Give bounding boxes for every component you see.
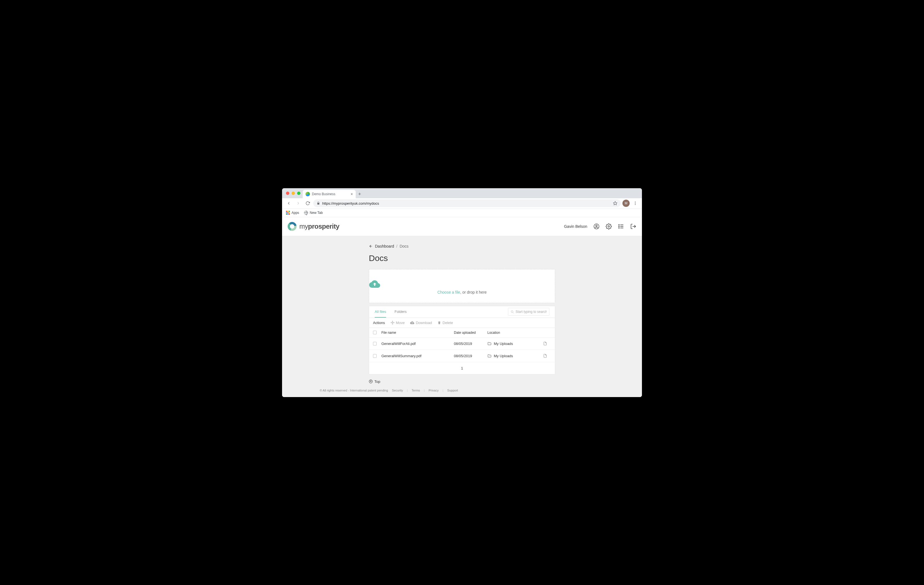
files-card: All files Folders Actions Move	[369, 306, 555, 374]
reload-button[interactable]	[304, 199, 312, 207]
search-input[interactable]	[516, 310, 547, 314]
bookmark-star-icon[interactable]	[613, 201, 617, 206]
folder-icon	[487, 341, 492, 346]
delete-button[interactable]: Delete	[437, 321, 453, 325]
breadcrumb-current: Docs	[399, 244, 408, 249]
user-icon[interactable]	[593, 223, 599, 229]
apps-bookmark[interactable]: Apps	[286, 211, 299, 215]
profile-avatar[interactable]: M	[622, 199, 630, 207]
window-controls	[286, 191, 300, 195]
header-actions: Gavin Belson	[564, 223, 636, 229]
breadcrumb: Dashboard / Docs	[369, 244, 555, 249]
settings-icon[interactable]	[606, 223, 612, 229]
svg-point-6	[608, 226, 610, 227]
favicon-icon	[305, 192, 310, 196]
svg-point-3	[635, 204, 636, 205]
footer-copyright: © All rights reserved - International pa…	[320, 389, 388, 392]
header-location: Location	[487, 331, 543, 335]
document-icon[interactable]	[543, 354, 551, 358]
close-tab-button[interactable]: ×	[351, 192, 353, 196]
download-button[interactable]: Download	[410, 321, 432, 325]
location-text: My Uploads	[494, 354, 513, 358]
new-tab-button[interactable]: +	[356, 190, 363, 198]
file-name: GeneralWillForAli.pdf	[381, 341, 454, 346]
pagination-page[interactable]: 1	[369, 362, 555, 374]
globe-icon	[304, 211, 308, 215]
new-tab-label: New Tab	[310, 211, 322, 215]
apps-grid-icon	[286, 211, 290, 215]
breadcrumb-separator: /	[396, 244, 398, 249]
close-window-button[interactable]	[286, 191, 289, 195]
table-header: File name Date uploaded Location	[369, 328, 555, 338]
download-label: Download	[416, 321, 432, 325]
file-date: 08/05/2019	[454, 341, 487, 346]
browser-window: Demo Business × + https://myprosperityuk…	[282, 188, 642, 397]
footer-privacy-link[interactable]: Privacy	[429, 389, 439, 392]
page-title: Docs	[369, 254, 555, 263]
cloud-upload-icon	[369, 279, 555, 288]
choose-file-link[interactable]: Choose a file	[437, 290, 460, 295]
address-bar[interactable]: https://myprosperityuk.com/mydocs	[313, 199, 621, 207]
actions-bar: Actions Move Download Delete	[369, 318, 555, 328]
top-link-label: Top	[375, 379, 380, 384]
footer-security-link[interactable]: Security	[392, 389, 403, 392]
table-row[interactable]: GeneralWillForAli.pdf 08/05/2019 My Uplo…	[369, 338, 555, 350]
file-name: GeneralWillSummary.pdf	[381, 354, 454, 358]
search-icon	[511, 310, 514, 313]
file-location: My Uploads	[487, 354, 543, 358]
move-label: Move	[396, 321, 405, 325]
logout-icon[interactable]	[630, 223, 636, 229]
browser-tab[interactable]: Demo Business ×	[303, 190, 356, 198]
location-text: My Uploads	[494, 341, 513, 346]
minimize-window-button[interactable]	[292, 191, 295, 195]
url-text: https://myprosperityuk.com/mydocs	[322, 201, 379, 206]
row-checkbox[interactable]	[373, 342, 377, 346]
browser-tab-bar: Demo Business × +	[282, 188, 642, 198]
lock-icon	[317, 202, 320, 205]
dropzone-rest: , or drop it here	[460, 290, 487, 295]
tab-title: Demo Business	[312, 192, 335, 196]
breadcrumb-dashboard-link[interactable]: Dashboard	[375, 244, 394, 249]
svg-point-2	[635, 203, 636, 204]
apps-label: Apps	[292, 211, 299, 215]
footer-support-link[interactable]: Support	[447, 389, 458, 392]
list-icon[interactable]	[618, 223, 624, 229]
file-dropzone[interactable]: Choose a file, or drop it here	[369, 269, 555, 303]
svg-point-7	[619, 224, 619, 225]
svg-marker-0	[613, 201, 617, 205]
brand-logo[interactable]: myprosperity	[288, 222, 339, 231]
brand-text: myprosperity	[299, 222, 339, 230]
table-row[interactable]: GeneralWillSummary.pdf 08/05/2019 My Upl…	[369, 350, 555, 362]
actions-label: Actions	[373, 321, 385, 325]
bookmarks-bar: Apps New Tab	[282, 209, 642, 217]
page-body: Dashboard / Docs Docs Choose a file, or …	[282, 236, 642, 397]
breadcrumb-back-icon[interactable]	[369, 244, 373, 248]
search-field-wrap	[508, 308, 549, 316]
new-tab-bookmark[interactable]: New Tab	[304, 211, 322, 215]
card-tabs: All files Folders	[369, 306, 555, 318]
avatar-initial: M	[625, 201, 627, 205]
select-all-checkbox[interactable]	[373, 331, 377, 335]
document-icon[interactable]	[543, 341, 551, 346]
header-file-name: File name	[381, 331, 454, 335]
footer-terms-link[interactable]: Terms	[411, 389, 420, 392]
svg-point-8	[619, 226, 619, 227]
browser-toolbar: https://myprosperityuk.com/mydocs M	[282, 198, 642, 209]
user-name: Gavin Belson	[564, 224, 587, 229]
folder-icon	[487, 354, 492, 358]
browser-menu-button[interactable]	[631, 201, 639, 206]
back-button[interactable]	[285, 199, 293, 207]
svg-point-1	[635, 202, 636, 203]
footer: © All rights reserved - International pa…	[282, 384, 642, 397]
maximize-window-button[interactable]	[297, 191, 300, 195]
content-container: Dashboard / Docs Docs Choose a file, or …	[369, 236, 555, 384]
tab-folders[interactable]: Folders	[394, 306, 406, 318]
row-checkbox[interactable]	[373, 354, 377, 358]
forward-button[interactable]	[294, 199, 302, 207]
file-location: My Uploads	[487, 341, 543, 346]
app-header: myprosperity Gavin Belson	[282, 217, 642, 236]
top-link[interactable]: Top	[369, 379, 555, 384]
move-button[interactable]: Move	[391, 321, 405, 325]
brand-bold: prosperity	[308, 222, 339, 230]
tab-all-files[interactable]: All files	[375, 306, 386, 318]
